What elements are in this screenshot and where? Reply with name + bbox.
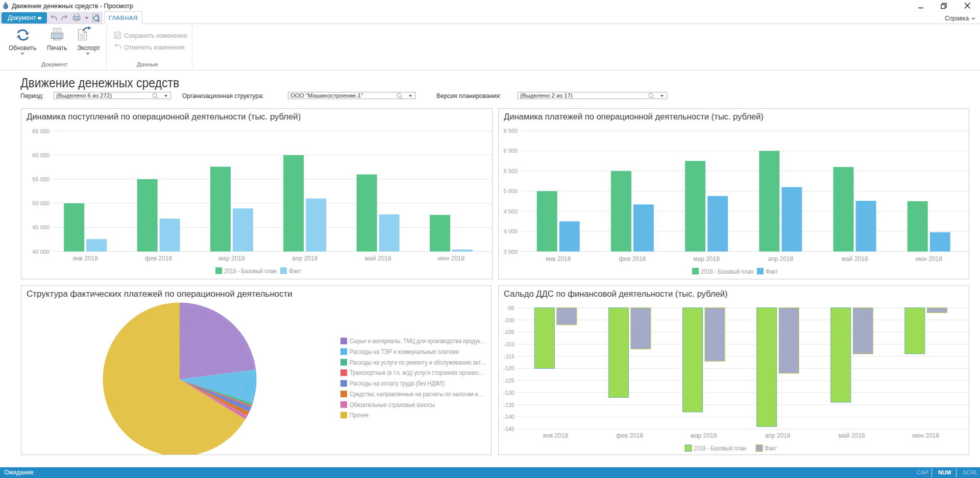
svg-text:Средства, направленные на расч: Средства, направленные на расчеты по нал… [350,391,483,398]
svg-text:Сырье и материалы, ТМЦ для про: Сырье и материалы, ТМЦ для производства … [350,338,485,345]
svg-text:2018 - Базовый план: 2018 - Базовый план [694,445,746,452]
svg-text:3 500: 3 500 [503,249,518,255]
svg-text:Факт: Факт [766,268,778,275]
svg-text:5 500: 5 500 [503,168,518,174]
svg-text:Факт: Факт [289,268,301,275]
svg-text:Расходы на оплату труда (без Н: Расходы на оплату труда (без НДФЛ) [350,380,445,387]
svg-text:мар 2018: мар 2018 [218,255,245,262]
svg-text:янв 2018: янв 2018 [546,255,571,262]
svg-text:мар 2018: мар 2018 [693,255,720,262]
svg-text:янв 2018: янв 2018 [543,432,569,439]
svg-text:40 000: 40 000 [32,249,50,255]
svg-text:55 000: 55 000 [32,176,50,182]
svg-text:-95: -95 [506,305,514,311]
svg-text:60 000: 60 000 [32,152,50,158]
svg-text:фев 2018: фев 2018 [145,255,172,262]
svg-text:50 000: 50 000 [32,200,50,206]
svg-text:-105: -105 [503,329,514,335]
svg-text:-135: -135 [503,402,514,408]
svg-text:май 2018: май 2018 [839,432,865,439]
svg-text:6 500: 6 500 [503,128,518,134]
svg-text:-145: -145 [503,426,514,432]
svg-text:5 000: 5 000 [503,188,518,194]
svg-text:-110: -110 [504,341,514,347]
svg-text:-130: -130 [503,390,514,396]
svg-text:-100: -100 [503,317,514,323]
svg-text:мар 2018: мар 2018 [691,432,717,439]
svg-text:4 000: 4 000 [503,228,518,234]
svg-text:фев 2018: фев 2018 [619,255,646,262]
svg-text:янв 2018: янв 2018 [72,255,98,262]
svg-text:6 000: 6 000 [503,148,518,154]
svg-text:Транспортные (в т.ч. ж/д) услу: Транспортные (в т.ч. ж/д) услуги сторонн… [350,369,484,376]
svg-text:4 500: 4 500 [503,208,518,214]
svg-text:май 2018: май 2018 [365,255,391,262]
svg-text:май 2018: май 2018 [842,255,868,262]
svg-text:-115: -115 [504,353,514,360]
svg-text:2018 - Базовый план: 2018 - Базовый план [224,268,277,275]
svg-text:июн 2018: июн 2018 [916,255,943,262]
svg-text:65 000: 65 000 [32,128,50,134]
svg-text:-125: -125 [503,377,514,384]
svg-text:июн 2018: июн 2018 [438,255,465,262]
svg-text:-120: -120 [503,365,514,371]
svg-text:Прочее: Прочее [350,412,369,419]
svg-text:Расходы на ТЭР и коммунальные: Расходы на ТЭР и коммунальные платежи [350,348,459,355]
svg-text:фев 2018: фев 2018 [616,432,643,439]
svg-text:Расходы на услуги по ремонту и: Расходы на услуги по ремонту и обслужива… [350,359,486,366]
svg-text:2018 - Базовый план: 2018 - Базовый план [701,268,753,275]
svg-text:апр 2018: апр 2018 [765,432,791,439]
svg-text:-140: -140 [503,414,514,420]
svg-text:апр 2018: апр 2018 [768,255,793,262]
svg-text:июн 2018: июн 2018 [913,432,940,439]
svg-text:апр 2018: апр 2018 [292,255,317,262]
svg-text:45 000: 45 000 [32,224,50,230]
svg-text:Обязательные страховые взносы: Обязательные страховые взносы [350,401,435,409]
svg-text:Факт: Факт [765,445,777,452]
